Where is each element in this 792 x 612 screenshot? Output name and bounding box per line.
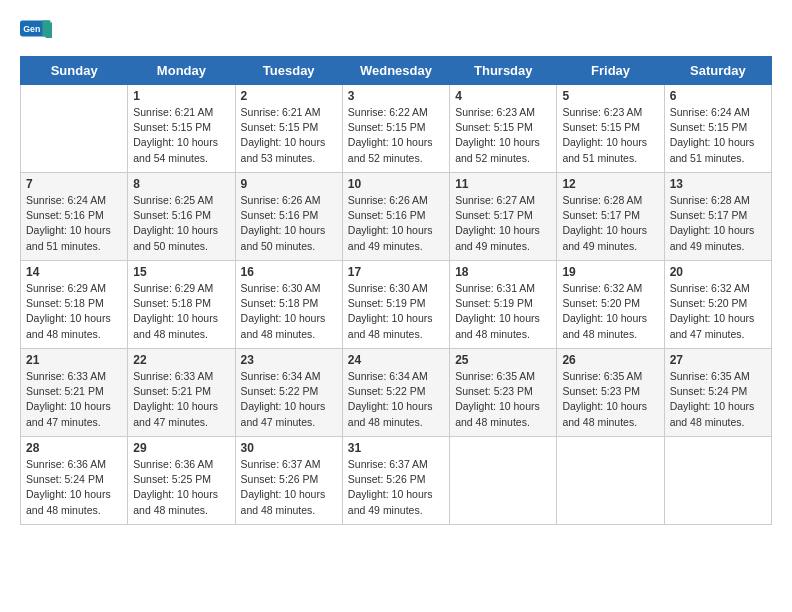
- calendar-cell: 21Sunrise: 6:33 AMSunset: 5:21 PMDayligh…: [21, 349, 128, 437]
- day-number: 18: [455, 265, 551, 279]
- day-number: 6: [670, 89, 766, 103]
- day-info: Sunrise: 6:32 AMSunset: 5:20 PMDaylight:…: [562, 281, 658, 342]
- week-row-2: 7Sunrise: 6:24 AMSunset: 5:16 PMDaylight…: [21, 173, 772, 261]
- day-info: Sunrise: 6:24 AMSunset: 5:15 PMDaylight:…: [670, 105, 766, 166]
- day-info: Sunrise: 6:24 AMSunset: 5:16 PMDaylight:…: [26, 193, 122, 254]
- week-row-1: 1Sunrise: 6:21 AMSunset: 5:15 PMDaylight…: [21, 85, 772, 173]
- day-info: Sunrise: 6:36 AMSunset: 5:24 PMDaylight:…: [26, 457, 122, 518]
- day-info: Sunrise: 6:37 AMSunset: 5:26 PMDaylight:…: [348, 457, 444, 518]
- day-number: 27: [670, 353, 766, 367]
- calendar-cell: 26Sunrise: 6:35 AMSunset: 5:23 PMDayligh…: [557, 349, 664, 437]
- day-number: 23: [241, 353, 337, 367]
- day-info: Sunrise: 6:30 AMSunset: 5:18 PMDaylight:…: [241, 281, 337, 342]
- calendar-cell: 14Sunrise: 6:29 AMSunset: 5:18 PMDayligh…: [21, 261, 128, 349]
- day-info: Sunrise: 6:31 AMSunset: 5:19 PMDaylight:…: [455, 281, 551, 342]
- day-number: 28: [26, 441, 122, 455]
- calendar-cell: [557, 437, 664, 525]
- header-saturday: Saturday: [664, 57, 771, 85]
- day-info: Sunrise: 6:29 AMSunset: 5:18 PMDaylight:…: [26, 281, 122, 342]
- calendar-cell: 27Sunrise: 6:35 AMSunset: 5:24 PMDayligh…: [664, 349, 771, 437]
- header-sunday: Sunday: [21, 57, 128, 85]
- calendar-cell: 24Sunrise: 6:34 AMSunset: 5:22 PMDayligh…: [342, 349, 449, 437]
- day-info: Sunrise: 6:29 AMSunset: 5:18 PMDaylight:…: [133, 281, 229, 342]
- header-monday: Monday: [128, 57, 235, 85]
- calendar-cell: 17Sunrise: 6:30 AMSunset: 5:19 PMDayligh…: [342, 261, 449, 349]
- day-info: Sunrise: 6:23 AMSunset: 5:15 PMDaylight:…: [562, 105, 658, 166]
- calendar-cell: 19Sunrise: 6:32 AMSunset: 5:20 PMDayligh…: [557, 261, 664, 349]
- day-number: 17: [348, 265, 444, 279]
- day-number: 15: [133, 265, 229, 279]
- day-info: Sunrise: 6:33 AMSunset: 5:21 PMDaylight:…: [26, 369, 122, 430]
- day-number: 9: [241, 177, 337, 191]
- day-info: Sunrise: 6:25 AMSunset: 5:16 PMDaylight:…: [133, 193, 229, 254]
- calendar-cell: 12Sunrise: 6:28 AMSunset: 5:17 PMDayligh…: [557, 173, 664, 261]
- calendar-cell: 15Sunrise: 6:29 AMSunset: 5:18 PMDayligh…: [128, 261, 235, 349]
- day-number: 25: [455, 353, 551, 367]
- day-number: 13: [670, 177, 766, 191]
- calendar-cell: 30Sunrise: 6:37 AMSunset: 5:26 PMDayligh…: [235, 437, 342, 525]
- calendar-cell: 3Sunrise: 6:22 AMSunset: 5:15 PMDaylight…: [342, 85, 449, 173]
- day-number: 11: [455, 177, 551, 191]
- day-info: Sunrise: 6:34 AMSunset: 5:22 PMDaylight:…: [348, 369, 444, 430]
- calendar-cell: 8Sunrise: 6:25 AMSunset: 5:16 PMDaylight…: [128, 173, 235, 261]
- svg-text:Gen: Gen: [23, 24, 40, 34]
- calendar-cell: 5Sunrise: 6:23 AMSunset: 5:15 PMDaylight…: [557, 85, 664, 173]
- day-info: Sunrise: 6:35 AMSunset: 5:23 PMDaylight:…: [455, 369, 551, 430]
- day-number: 2: [241, 89, 337, 103]
- day-number: 16: [241, 265, 337, 279]
- day-number: 30: [241, 441, 337, 455]
- calendar-cell: [664, 437, 771, 525]
- calendar-cell: 29Sunrise: 6:36 AMSunset: 5:25 PMDayligh…: [128, 437, 235, 525]
- day-info: Sunrise: 6:28 AMSunset: 5:17 PMDaylight:…: [562, 193, 658, 254]
- calendar-cell: [450, 437, 557, 525]
- logo: Gen: [20, 20, 54, 48]
- day-number: 20: [670, 265, 766, 279]
- day-number: 22: [133, 353, 229, 367]
- week-row-5: 28Sunrise: 6:36 AMSunset: 5:24 PMDayligh…: [21, 437, 772, 525]
- week-row-4: 21Sunrise: 6:33 AMSunset: 5:21 PMDayligh…: [21, 349, 772, 437]
- calendar-cell: 28Sunrise: 6:36 AMSunset: 5:24 PMDayligh…: [21, 437, 128, 525]
- day-number: 19: [562, 265, 658, 279]
- day-info: Sunrise: 6:32 AMSunset: 5:20 PMDaylight:…: [670, 281, 766, 342]
- day-info: Sunrise: 6:37 AMSunset: 5:26 PMDaylight:…: [241, 457, 337, 518]
- day-number: 1: [133, 89, 229, 103]
- calendar-cell: 16Sunrise: 6:30 AMSunset: 5:18 PMDayligh…: [235, 261, 342, 349]
- calendar-cell: 25Sunrise: 6:35 AMSunset: 5:23 PMDayligh…: [450, 349, 557, 437]
- day-number: 5: [562, 89, 658, 103]
- day-info: Sunrise: 6:26 AMSunset: 5:16 PMDaylight:…: [241, 193, 337, 254]
- day-info: Sunrise: 6:35 AMSunset: 5:24 PMDaylight:…: [670, 369, 766, 430]
- calendar-cell: 10Sunrise: 6:26 AMSunset: 5:16 PMDayligh…: [342, 173, 449, 261]
- calendar-cell: 11Sunrise: 6:27 AMSunset: 5:17 PMDayligh…: [450, 173, 557, 261]
- calendar-cell: 1Sunrise: 6:21 AMSunset: 5:15 PMDaylight…: [128, 85, 235, 173]
- header: Gen: [20, 20, 772, 48]
- calendar-cell: 18Sunrise: 6:31 AMSunset: 5:19 PMDayligh…: [450, 261, 557, 349]
- day-info: Sunrise: 6:27 AMSunset: 5:17 PMDaylight:…: [455, 193, 551, 254]
- day-number: 12: [562, 177, 658, 191]
- header-thursday: Thursday: [450, 57, 557, 85]
- header-wednesday: Wednesday: [342, 57, 449, 85]
- day-info: Sunrise: 6:36 AMSunset: 5:25 PMDaylight:…: [133, 457, 229, 518]
- calendar-cell: 7Sunrise: 6:24 AMSunset: 5:16 PMDaylight…: [21, 173, 128, 261]
- calendar-cell: 22Sunrise: 6:33 AMSunset: 5:21 PMDayligh…: [128, 349, 235, 437]
- header-tuesday: Tuesday: [235, 57, 342, 85]
- day-info: Sunrise: 6:34 AMSunset: 5:22 PMDaylight:…: [241, 369, 337, 430]
- calendar-cell: 13Sunrise: 6:28 AMSunset: 5:17 PMDayligh…: [664, 173, 771, 261]
- day-info: Sunrise: 6:26 AMSunset: 5:16 PMDaylight:…: [348, 193, 444, 254]
- day-info: Sunrise: 6:21 AMSunset: 5:15 PMDaylight:…: [133, 105, 229, 166]
- calendar-cell: 23Sunrise: 6:34 AMSunset: 5:22 PMDayligh…: [235, 349, 342, 437]
- calendar-cell: 20Sunrise: 6:32 AMSunset: 5:20 PMDayligh…: [664, 261, 771, 349]
- header-friday: Friday: [557, 57, 664, 85]
- day-number: 7: [26, 177, 122, 191]
- day-info: Sunrise: 6:28 AMSunset: 5:17 PMDaylight:…: [670, 193, 766, 254]
- day-number: 26: [562, 353, 658, 367]
- day-number: 3: [348, 89, 444, 103]
- week-row-3: 14Sunrise: 6:29 AMSunset: 5:18 PMDayligh…: [21, 261, 772, 349]
- calendar-cell: 2Sunrise: 6:21 AMSunset: 5:15 PMDaylight…: [235, 85, 342, 173]
- day-info: Sunrise: 6:35 AMSunset: 5:23 PMDaylight:…: [562, 369, 658, 430]
- day-info: Sunrise: 6:21 AMSunset: 5:15 PMDaylight:…: [241, 105, 337, 166]
- day-number: 14: [26, 265, 122, 279]
- day-number: 10: [348, 177, 444, 191]
- day-number: 29: [133, 441, 229, 455]
- calendar-cell: 6Sunrise: 6:24 AMSunset: 5:15 PMDaylight…: [664, 85, 771, 173]
- header-row: SundayMondayTuesdayWednesdayThursdayFrid…: [21, 57, 772, 85]
